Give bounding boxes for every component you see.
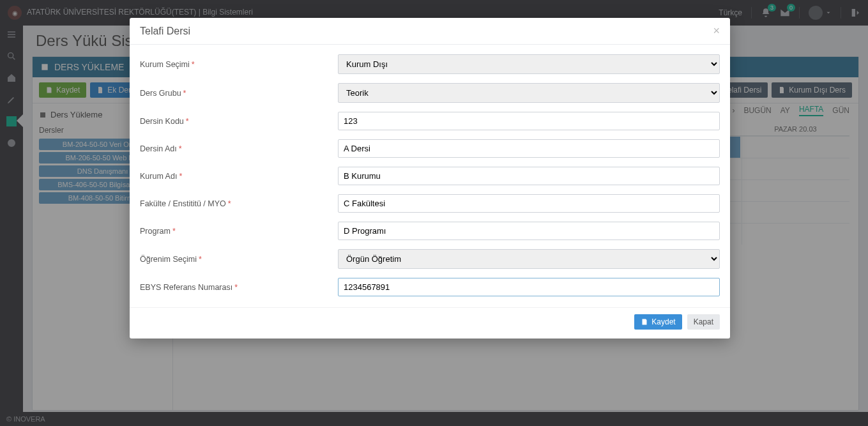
save-icon	[641, 318, 648, 326]
label-ogrenim-secimi: Öğrenim Seçimi	[140, 255, 197, 264]
label-ebys: EBYS Referans Numarası	[140, 283, 232, 292]
modal-save-button[interactable]: Kaydet	[634, 314, 681, 330]
select-kurum-secimi[interactable]: Kurum Dışı	[338, 54, 720, 74]
label-dersin-adi: Dersin Adı	[140, 144, 177, 153]
input-dersin-adi[interactable]	[338, 139, 720, 158]
input-fakulte[interactable]	[338, 194, 720, 213]
label-kurum-adi: Kurum Adı	[140, 172, 177, 181]
label-dersin-kodu: Dersin Kodu	[140, 117, 184, 126]
input-ebys[interactable]	[338, 278, 720, 296]
input-program[interactable]	[338, 222, 720, 240]
label-fakulte: Fakülte / Enstititü / MYO	[140, 199, 226, 208]
select-ogrenim-secimi[interactable]: Örgün Öğretim	[338, 249, 720, 269]
modal-telafi-dersi: Telafi Dersi × Kurum Seçimi* Kurum Dışı …	[130, 18, 730, 339]
input-dersin-kodu[interactable]	[338, 112, 720, 130]
modal-close-x[interactable]: ×	[713, 24, 720, 38]
modal-title: Telafi Dersi	[140, 26, 190, 37]
label-program: Program	[140, 227, 171, 236]
input-kurum-adi[interactable]	[338, 167, 720, 185]
label-kurum-secimi: Kurum Seçimi	[140, 60, 190, 69]
modal-close-button[interactable]: Kapat	[687, 314, 720, 330]
label-ders-grubu: Ders Grubu	[140, 89, 181, 98]
select-ders-grubu[interactable]: Teorik	[338, 83, 720, 103]
